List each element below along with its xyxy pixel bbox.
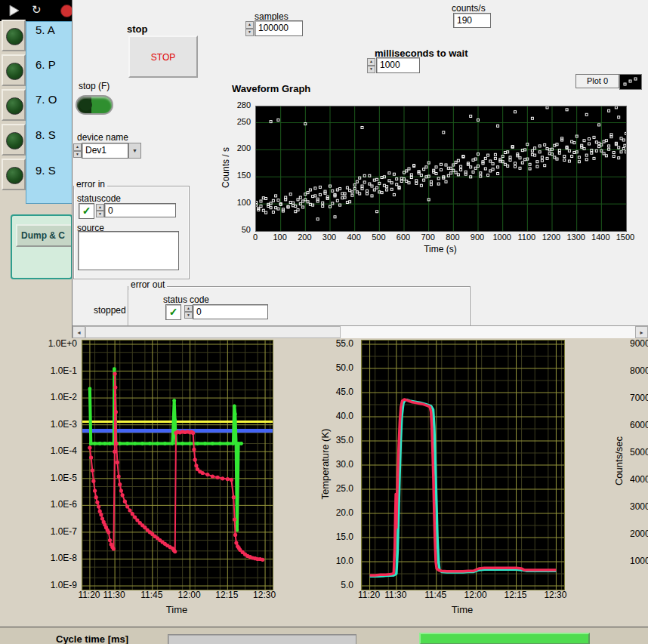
pressure-y-tick: 1.0E-7 [51, 526, 77, 537]
led-button[interactable] [2, 89, 26, 121]
led-button[interactable] [2, 54, 26, 86]
pressure-chart[interactable] [82, 340, 273, 590]
stop-button-label: STOP [130, 52, 196, 63]
time-tick: 11:30 [381, 590, 411, 600]
counts-y-axis-title: Counts/sec [613, 427, 625, 495]
monitor-window: Pressure (mbar) 1.0E+01.0E-11.0E-21.0E-3… [0, 338, 648, 627]
wf-x-tick: 1100 [515, 233, 538, 242]
samples-spinner[interactable]: ▲ ▼ [245, 21, 254, 36]
scrollbar-right-button[interactable]: ▸ [635, 326, 648, 338]
error-out-title: error out [128, 279, 167, 290]
stop-button[interactable]: STOP [128, 35, 198, 78]
spin-up-icon: ▲ [184, 305, 193, 312]
spin-up-icon[interactable]: ▲ [245, 21, 254, 29]
temperature-y-tick: 55.0 [336, 338, 353, 349]
wf-x-tick: 500 [367, 233, 390, 242]
temperature-y-tick: 50.0 [336, 362, 353, 373]
ms-wait-field[interactable]: 1000 [376, 57, 420, 73]
scrollbar-thumb[interactable] [85, 326, 341, 338]
led-indicator [6, 167, 23, 184]
wf-x-tick: 200 [293, 233, 316, 242]
error-out-code-label: code [190, 294, 209, 305]
stop-f-label: stop (F) [79, 81, 110, 91]
led-button[interactable] [2, 20, 26, 51]
led-indicator [6, 97, 23, 115]
error-in-status-led[interactable]: ✓ [79, 203, 94, 219]
time-tick: 12:15 [501, 590, 531, 600]
temperature-y-tick: 45.0 [336, 387, 353, 397]
waveform-x-axis-title: Time (s) [255, 244, 625, 254]
procedure-item: 7. O [35, 93, 57, 106]
pressure-y-tick: 1.0E+0 [48, 338, 77, 349]
stop-f-switch[interactable] [76, 95, 113, 115]
error-in-source-box[interactable] [78, 231, 179, 270]
procedure-item: 9. S [35, 164, 56, 177]
led-button[interactable] [2, 124, 26, 156]
wf-x-tick: 1400 [589, 233, 612, 242]
pressure-y-tick: 1.0E-2 [51, 392, 77, 402]
waveform-graph-plot[interactable] [255, 106, 627, 232]
wf-x-tick: 900 [466, 233, 489, 242]
procedure-item: 8. S [35, 128, 56, 141]
counts-y-ticks: 900080007000600050004000300020001000 [630, 338, 648, 595]
green-button[interactable] [419, 633, 590, 644]
device-name-combo[interactable]: Dev1 [82, 143, 128, 159]
spin-up-icon[interactable]: ▲ [73, 143, 82, 151]
procedure-item: 5. A [35, 23, 55, 36]
spin-down-icon[interactable]: ▼ [96, 211, 104, 217]
scrollbar-left-button[interactable]: ◂ [73, 326, 85, 338]
error-in-code-spinner[interactable]: ▲ ▼ [96, 204, 104, 217]
error-in-title: error in [74, 179, 107, 190]
dump-button[interactable]: Dump & C [16, 224, 73, 247]
temperature-y-tick: 40.0 [336, 411, 353, 421]
spin-down-icon[interactable]: ▼ [73, 151, 82, 159]
wf-y-tick: 100 [237, 198, 251, 207]
spin-down-icon[interactable]: ▼ [245, 29, 254, 36]
counts-y-tick: 2000 [630, 528, 648, 539]
cycle-time-display [168, 634, 356, 644]
error-in-code-field[interactable]: 0 [104, 203, 176, 217]
continuous-run-icon[interactable]: ↻ [32, 3, 42, 17]
cycle-time-label: Cycle time [ms] [56, 633, 128, 644]
device-name-spinner[interactable]: ▲ ▼ [73, 143, 82, 158]
daq-vi-window: stop STOP stop (F) device name ▲ ▼ Dev1 … [72, 0, 648, 338]
pressure-y-tick: 1.0E-5 [51, 473, 77, 483]
time-tick: 11:30 [99, 590, 129, 600]
counts-y-tick: 4000 [630, 474, 648, 485]
spin-up-icon[interactable]: ▲ [367, 58, 375, 66]
counts-y-tick: 8000 [630, 365, 648, 376]
temperature-chart[interactable] [361, 340, 565, 590]
device-name-dropdown-button[interactable]: ▼ [128, 143, 141, 159]
led-button[interactable] [2, 159, 26, 190]
plot-style-icon[interactable] [619, 74, 642, 90]
wf-x-tick: 600 [392, 233, 415, 242]
spin-down-icon[interactable]: ▼ [367, 66, 375, 73]
wf-x-tick: 0 [244, 233, 267, 242]
led-indicator [6, 132, 23, 149]
horizontal-scrollbar[interactable]: ◂ ▸ [73, 325, 648, 338]
temperature-y-tick: 5.0 [341, 580, 353, 590]
temperature-y-tick: 15.0 [336, 532, 353, 542]
temperature-y-tick: 30.0 [336, 459, 353, 470]
bottom-bar: Cycle time [ms] [0, 627, 648, 644]
wf-y-tick: 200 [237, 143, 251, 153]
led-indicator [6, 63, 23, 80]
device-name-label: device name [77, 132, 128, 143]
pressure-y-tick: 1.0E-3 [51, 419, 77, 430]
switch-knob [79, 99, 92, 111]
counts-per-s-label: counts/s [452, 3, 486, 14]
error-out-status-led: ✓ [165, 304, 181, 320]
pressure-y-tick: 1.0E-1 [51, 365, 77, 376]
ms-wait-spinner[interactable]: ▲ ▼ [367, 58, 375, 73]
plot-legend[interactable]: Plot 0 [575, 74, 619, 88]
counts-y-tick: 1000 [630, 556, 648, 566]
pressure-y-tick: 1.0E-6 [51, 499, 77, 510]
temperature-y-tick: 35.0 [336, 435, 353, 445]
pressure-y-tick: 1.0E-8 [51, 553, 77, 563]
dump-button-label: Dump & C [21, 230, 65, 241]
samples-field[interactable]: 100000 [255, 20, 303, 36]
stop-label: stop [127, 23, 147, 35]
run-icon[interactable] [8, 4, 21, 17]
wf-y-tick: 250 [237, 117, 251, 126]
spin-up-icon[interactable]: ▲ [96, 204, 104, 211]
